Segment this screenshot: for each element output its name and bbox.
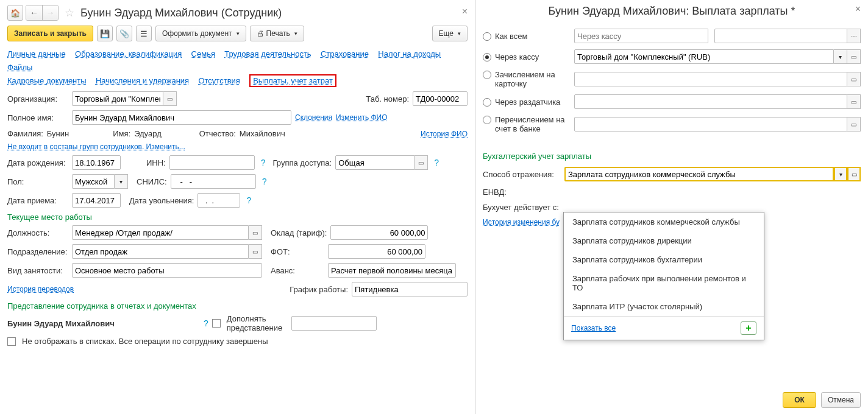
repr-suffix-input[interactable] [291, 316, 377, 331]
favorite-icon[interactable]: ☆ [65, 6, 74, 19]
dropdown-item[interactable]: Зарплата сотрудников бухгалтерии [564, 250, 764, 269]
dropdown-item[interactable]: Зарплата ИТР (участок столярный) [564, 297, 764, 316]
inn-help-icon[interactable]: ? [261, 158, 266, 167]
salary-input[interactable] [330, 225, 428, 240]
fullname-input[interactable] [72, 110, 291, 125]
ok-button[interactable]: ОК [783, 392, 816, 408]
dropdown-item[interactable]: Зарплата сотрудников дирекции [564, 231, 764, 250]
tabno-input[interactable] [413, 91, 468, 106]
hide-in-lists-checkbox[interactable] [7, 337, 16, 346]
print-button[interactable]: 🖨Печать▾ [250, 26, 304, 41]
reflection-open-button[interactable]: ▭ [847, 167, 861, 181]
radio-cash[interactable]: Через кассу [483, 52, 568, 61]
dropdown-item[interactable]: Зарплата сотрудников коммерческой службы [564, 212, 764, 231]
emp-type-input[interactable] [72, 263, 262, 278]
tab-payments[interactable]: Выплаты, учет затрат [249, 74, 336, 87]
card-input[interactable] [574, 72, 847, 86]
groups-link[interactable]: Не входит в составы групп сотрудников. И… [7, 142, 185, 151]
all-input-2[interactable] [714, 29, 847, 43]
accounting-history-link[interactable]: История изменения бу [483, 218, 560, 226]
save-close-button[interactable]: Записать и закрыть [7, 26, 93, 41]
snils-help-icon[interactable]: ? [262, 177, 267, 186]
tabno-label: Таб. номер: [366, 94, 409, 103]
repr-help-icon[interactable]: ? [204, 318, 208, 328]
add-button[interactable]: + [741, 321, 756, 335]
cancel-button[interactable]: Отмена [821, 392, 861, 408]
tab-hr-docs[interactable]: Кадровые документы [7, 76, 87, 85]
advance-input[interactable] [328, 263, 456, 278]
distributor-open-button[interactable]: ▭ [847, 94, 861, 109]
position-open-button[interactable]: ▭ [249, 225, 262, 240]
forward-button[interactable]: → [42, 5, 58, 20]
snils-input[interactable] [171, 174, 256, 189]
home-button[interactable]: 🏠 [7, 5, 23, 21]
schedule-input[interactable] [352, 282, 468, 296]
radio-distributor[interactable]: Через раздатчика [483, 97, 568, 107]
dept-label: Подразделение: [7, 247, 68, 256]
org-open-button[interactable]: ▭ [163, 91, 177, 106]
history-fio-link[interactable]: История ФИО [421, 130, 468, 138]
group-open-button[interactable]: ▭ [414, 155, 428, 170]
transfer-history-link[interactable]: История переводов [7, 285, 74, 293]
tab-absences[interactable]: Отсутствия [198, 76, 240, 85]
fire-date-input[interactable] [197, 193, 240, 208]
list-button[interactable]: ☰ [136, 26, 152, 41]
radio-icon [483, 53, 491, 61]
radio-card[interactable]: Зачислением на карточку [483, 70, 568, 88]
tab-family[interactable]: Семья [191, 49, 215, 58]
cash-input[interactable] [574, 49, 834, 64]
fot-input[interactable] [328, 244, 425, 259]
org-input[interactable] [72, 91, 163, 106]
reflection-dropdown-button[interactable]: ▾ [834, 167, 847, 181]
cash-dropdown-button[interactable]: ▾ [834, 49, 847, 64]
bank-input[interactable] [574, 117, 847, 132]
radio-bank[interactable]: Перечислением на счет в банке [483, 115, 568, 133]
tab-insurance[interactable]: Страхование [321, 49, 369, 58]
sex-dropdown-button[interactable]: ▾ [115, 174, 128, 189]
inn-label: ИНН: [146, 158, 166, 167]
dropdown-item[interactable]: Зарплата рабочих при выполнении ремонтов… [564, 269, 764, 297]
append-repr-checkbox[interactable] [212, 319, 221, 328]
tab-income-tax[interactable]: Налог на доходы [378, 49, 441, 58]
back-button[interactable]: ← [26, 5, 42, 20]
dept-open-button[interactable]: ▭ [249, 244, 262, 259]
inn-input[interactable] [169, 155, 255, 170]
change-fio-link[interactable]: Изменить ФИО [336, 113, 388, 122]
reflection-input[interactable] [564, 167, 834, 181]
fire-help-icon[interactable]: ? [246, 195, 251, 205]
advance-label: Аванс: [271, 266, 324, 275]
position-label: Должность: [7, 228, 68, 237]
tab-career[interactable]: Трудовая деятельность [224, 49, 311, 58]
sex-input[interactable] [72, 174, 115, 189]
create-document-button[interactable]: Оформить документ▾ [155, 26, 246, 41]
more-button[interactable]: Еще▾ [432, 26, 468, 41]
radio-all[interactable]: Как всем [483, 32, 568, 41]
hire-date-input[interactable] [72, 193, 121, 208]
snils-label: СНИЛС: [137, 177, 167, 186]
all-input-2-open[interactable]: ⋯ [847, 29, 861, 43]
save-button[interactable]: 💾 [97, 26, 113, 41]
patronymic-value: Михайлович [240, 129, 285, 138]
tab-education[interactable]: Образование, квалификация [75, 49, 182, 58]
radio-icon [483, 32, 491, 41]
right-close-icon[interactable]: × [855, 4, 861, 15]
show-all-link[interactable]: Показать все [571, 324, 616, 332]
declensions-link[interactable]: Склонения [295, 113, 332, 122]
tab-files[interactable]: Файлы [7, 63, 32, 72]
card-open-button[interactable]: ▭ [847, 72, 861, 86]
tab-personal[interactable]: Личные данные [7, 49, 66, 58]
group-input[interactable] [335, 155, 414, 170]
position-input[interactable] [72, 225, 249, 240]
printer-icon: 🖨 [257, 29, 264, 38]
close-icon[interactable]: × [462, 6, 468, 17]
dob-input[interactable] [72, 155, 121, 170]
distributor-input[interactable] [574, 94, 847, 109]
cash-open-button[interactable]: ▭ [847, 49, 861, 64]
attach-button[interactable]: 📎 [116, 26, 132, 41]
workplace-header: Текущее место работы [7, 212, 468, 222]
bank-open-button[interactable]: ▭ [847, 117, 861, 132]
group-help-icon[interactable]: ? [434, 158, 439, 167]
tab-accruals[interactable]: Начисления и удержания [96, 76, 189, 85]
dept-input[interactable] [72, 244, 249, 259]
all-input[interactable] [574, 29, 708, 43]
